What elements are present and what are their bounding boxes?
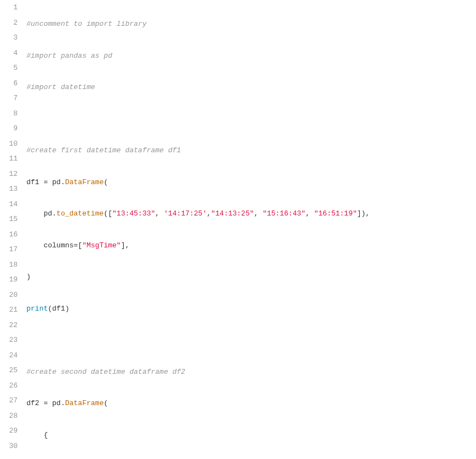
code-line: #create second datetime dataframe df2 [26,364,476,380]
line-number: 5 [0,60,18,76]
code-token: ( [103,399,108,407]
code-line: #import datetime [26,80,476,95]
code-line [26,112,476,127]
code-token: { [26,431,48,439]
line-number: 27 [0,393,18,408]
line-number: 14 [0,197,18,212]
line-number: 29 [0,423,18,439]
code-line: ) [26,269,476,285]
code-line: #create first datetime dataframe df1 [26,143,476,158]
code-token: ]), [357,209,370,218]
code-token: df1 = pd. [26,178,65,186]
code-token: "14:13:25" [211,209,254,218]
line-number: 22 [0,318,18,333]
code-line: #import pandas as pd [26,48,476,64]
code-token: '14:17:25' [164,209,207,218]
code-token: ) [26,273,31,281]
line-number: 18 [0,257,18,273]
line-number: 24 [0,348,18,363]
code-token: #import pandas as pd [26,52,112,60]
code-token: "MsgTime" [82,241,121,250]
code-line [26,333,476,348]
code-token: print [26,305,48,313]
code-content[interactable]: #uncomment to import library #import pan… [22,0,476,459]
code-line: #uncomment to import library [26,16,476,32]
line-number: 9 [0,121,18,136]
code-line: columns=["MsgTime"], [26,238,476,253]
line-number: 8 [0,106,18,121]
line-number: 11 [0,151,18,167]
code-token: #create second datetime dataframe df2 [26,368,185,376]
line-number: 21 [0,302,18,318]
line-number: 23 [0,333,18,348]
line-number: 1 [0,0,18,15]
code-token: , [155,209,164,218]
code-token: , [207,209,211,218]
code-token: ], [121,241,130,250]
code-block: 1 2 3 4 5 6 7 8 9 10 11 12 13 14 15 16 1… [0,0,476,459]
line-number: 16 [0,227,18,242]
code-token: to_datetime [57,209,104,218]
code-token: (df1) [48,305,69,313]
line-number: 13 [0,181,18,197]
code-token: DataFrame [65,178,103,186]
code-token: "15:16:43" [262,209,305,218]
code-line: pd.to_datetime(["13:45:33", '14:17:25',"… [26,206,476,222]
line-number: 6 [0,76,18,91]
code-token: ( [103,178,108,186]
code-token: DataFrame [65,399,103,407]
code-token: #import datetime [26,83,95,91]
line-number: 15 [0,212,18,227]
code-token: pd. [26,209,57,218]
line-number: 3 [0,30,18,46]
line-number: 17 [0,242,18,257]
line-number: 4 [0,46,18,61]
line-number: 7 [0,91,18,106]
line-number: 20 [0,287,18,303]
code-token: #create first datetime dataframe df1 [26,146,181,154]
line-number: 28 [0,408,18,424]
code-token: ([ [103,209,112,218]
code-token: , [305,209,314,218]
code-token: "13:45:33" [112,209,155,218]
code-token: df2 = pd. [26,399,65,407]
code-token: "16:51:19" [314,209,357,218]
line-number: 30 [0,439,18,454]
code-line: df2 = pd.DataFrame( [26,396,476,411]
line-number: 12 [0,167,18,182]
line-number: 2 [0,15,18,31]
code-token: columns=[ [26,241,82,250]
line-number: 10 [0,136,18,152]
line-number: 26 [0,378,18,394]
code-line: df1 = pd.DataFrame( [26,175,476,190]
line-number-gutter: 1 2 3 4 5 6 7 8 9 10 11 12 13 14 15 16 1… [0,0,22,459]
line-number: 19 [0,272,18,287]
code-line: print(df1) [26,301,476,317]
code-token: #uncomment to import library [26,20,146,28]
code-token: , [254,209,263,218]
code-line: { [26,428,476,443]
line-number: 25 [0,363,18,378]
